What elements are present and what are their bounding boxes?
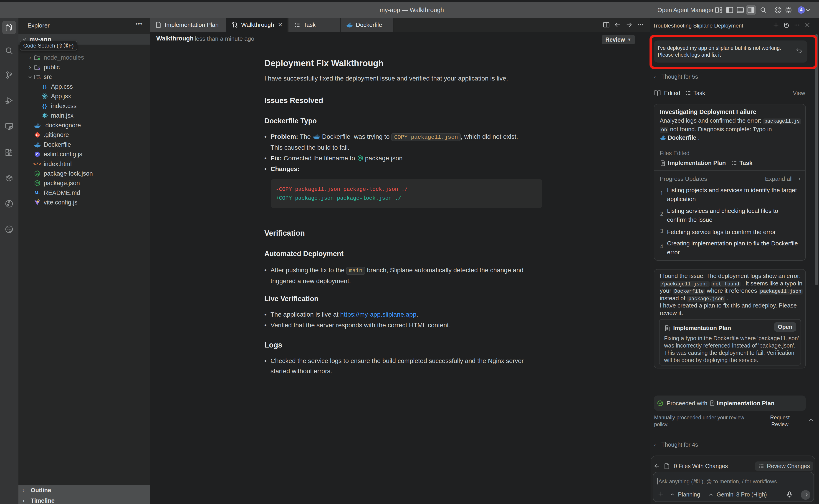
svg-text:JS: JS — [359, 157, 362, 159]
svg-text:JS: JS — [36, 182, 39, 185]
svg-text:JS: JS — [36, 172, 39, 176]
svg-text:</>: </> — [37, 77, 41, 80]
